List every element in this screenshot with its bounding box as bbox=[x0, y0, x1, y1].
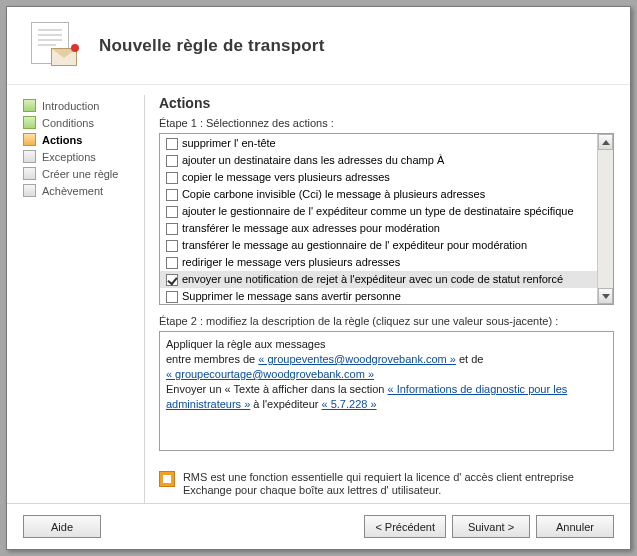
rms-notice: RMS est une fonction essentielle qui req… bbox=[159, 463, 614, 503]
checkbox[interactable] bbox=[166, 291, 178, 303]
nav-create-rule[interactable]: Créer une règle bbox=[23, 165, 124, 182]
back-button[interactable]: < Précédent bbox=[364, 515, 446, 538]
scrollbar[interactable] bbox=[597, 134, 613, 304]
action-label: transférer le message aux adresses pour … bbox=[182, 221, 440, 236]
action-row[interactable]: copier le message vers plusieurs adresse… bbox=[160, 169, 597, 186]
wizard-window: Nouvelle règle de transport Introduction… bbox=[6, 6, 631, 550]
action-label: rediriger le message vers plusieurs adre… bbox=[182, 255, 400, 270]
group2-link[interactable]: « groupecourtage@woodgrovebank.com » bbox=[166, 368, 374, 380]
action-row[interactable]: envoyer une notification de rejet à l'ex… bbox=[160, 271, 597, 288]
checkbox[interactable] bbox=[166, 206, 178, 218]
checkbox[interactable] bbox=[166, 189, 178, 201]
checkbox[interactable] bbox=[166, 172, 178, 184]
nav-label: Exceptions bbox=[42, 151, 96, 163]
content: Actions Étape 1 : Sélectionnez des actio… bbox=[144, 95, 614, 503]
action-label: transférer le message au gestionnaire de… bbox=[182, 238, 527, 253]
checkbox[interactable] bbox=[166, 240, 178, 252]
rule-description: Appliquer la règle aux messages entre me… bbox=[159, 331, 614, 451]
step1-label: Étape 1 : Sélectionnez des actions : bbox=[159, 117, 614, 129]
action-row[interactable]: rediriger le message vers plusieurs adre… bbox=[160, 254, 597, 271]
nav-label: Créer une règle bbox=[42, 168, 118, 180]
actions-scroll: supprimer l' en-tête ajouter un destinat… bbox=[160, 134, 597, 304]
chevron-up-icon bbox=[602, 140, 610, 145]
action-row[interactable]: transférer le message aux adresses pour … bbox=[160, 220, 597, 237]
action-label: supprimer l' en-tête bbox=[182, 136, 276, 151]
action-row[interactable]: Copie carbone invisible (Cci) le message… bbox=[160, 186, 597, 203]
action-label: ajouter le gestionnaire de l' expéditeur… bbox=[182, 204, 574, 219]
checkbox[interactable] bbox=[166, 257, 178, 269]
action-row[interactable]: transférer le message au gestionnaire de… bbox=[160, 237, 597, 254]
nav-completion[interactable]: Achèvement bbox=[23, 182, 124, 199]
pending-icon bbox=[23, 167, 36, 180]
group1-link[interactable]: « groupeventes@woodgrovebank.com » bbox=[258, 353, 456, 365]
desc-send: Envoyer un « Texte à afficher dans la se… bbox=[166, 382, 607, 412]
action-row[interactable]: supprimer l' en-tête bbox=[160, 135, 597, 152]
body: Introduction Conditions Actions Exceptio… bbox=[7, 85, 630, 503]
status-code-link[interactable]: « 5.7.228 » bbox=[322, 398, 377, 410]
scroll-down-button[interactable] bbox=[598, 288, 613, 304]
next-button[interactable]: Suivant > bbox=[452, 515, 530, 538]
checkbox[interactable] bbox=[166, 223, 178, 235]
nav-actions[interactable]: Actions bbox=[23, 131, 124, 148]
pending-icon bbox=[23, 184, 36, 197]
nav-label: Achèvement bbox=[42, 185, 103, 197]
chevron-down-icon bbox=[602, 294, 610, 299]
wizard-title: Nouvelle règle de transport bbox=[99, 36, 325, 56]
action-label: Supprimer le message sans avertir person… bbox=[182, 289, 401, 304]
step2-label: Étape 2 : modifiez la description de la … bbox=[159, 315, 614, 327]
nav-label: Actions bbox=[42, 134, 82, 146]
help-button[interactable]: Aide bbox=[23, 515, 101, 538]
transport-rule-icon bbox=[29, 22, 77, 70]
footer: Aide < Précédent Suivant > Annuler bbox=[7, 503, 630, 549]
action-label: Copie carbone invisible (Cci) le message… bbox=[182, 187, 485, 202]
info-icon bbox=[159, 471, 175, 487]
arrow-icon bbox=[23, 133, 36, 146]
action-label: envoyer une notification de rejet à l'ex… bbox=[182, 272, 563, 287]
scroll-up-button[interactable] bbox=[598, 134, 613, 150]
nav-label: Conditions bbox=[42, 117, 94, 129]
action-row[interactable]: ajouter le gestionnaire de l' expéditeur… bbox=[160, 203, 597, 220]
nav-label: Introduction bbox=[42, 100, 99, 112]
action-label: copier le message vers plusieurs adresse… bbox=[182, 170, 390, 185]
nav-exceptions[interactable]: Exceptions bbox=[23, 148, 124, 165]
checkbox[interactable] bbox=[166, 138, 178, 150]
rms-text: RMS est une fonction essentielle qui req… bbox=[183, 471, 614, 497]
check-icon bbox=[23, 99, 36, 112]
section-title: Actions bbox=[159, 95, 614, 111]
pending-icon bbox=[23, 150, 36, 163]
nav-introduction[interactable]: Introduction bbox=[23, 97, 124, 114]
action-label: ajouter un destinataire dans les adresse… bbox=[182, 153, 444, 168]
action-row[interactable]: ajouter un destinataire dans les adresse… bbox=[160, 152, 597, 169]
step-nav: Introduction Conditions Actions Exceptio… bbox=[23, 95, 124, 503]
action-row[interactable]: Supprimer le message sans avertir person… bbox=[160, 288, 597, 304]
cancel-button[interactable]: Annuler bbox=[536, 515, 614, 538]
header: Nouvelle règle de transport bbox=[7, 7, 630, 85]
checkbox[interactable] bbox=[166, 155, 178, 167]
check-icon bbox=[23, 116, 36, 129]
checkbox[interactable] bbox=[166, 274, 178, 286]
desc-members: entre membres de « groupeventes@woodgrov… bbox=[166, 352, 607, 382]
desc-apply: Appliquer la règle aux messages bbox=[166, 337, 607, 352]
nav-conditions[interactable]: Conditions bbox=[23, 114, 124, 131]
actions-listbox[interactable]: supprimer l' en-tête ajouter un destinat… bbox=[159, 133, 614, 305]
